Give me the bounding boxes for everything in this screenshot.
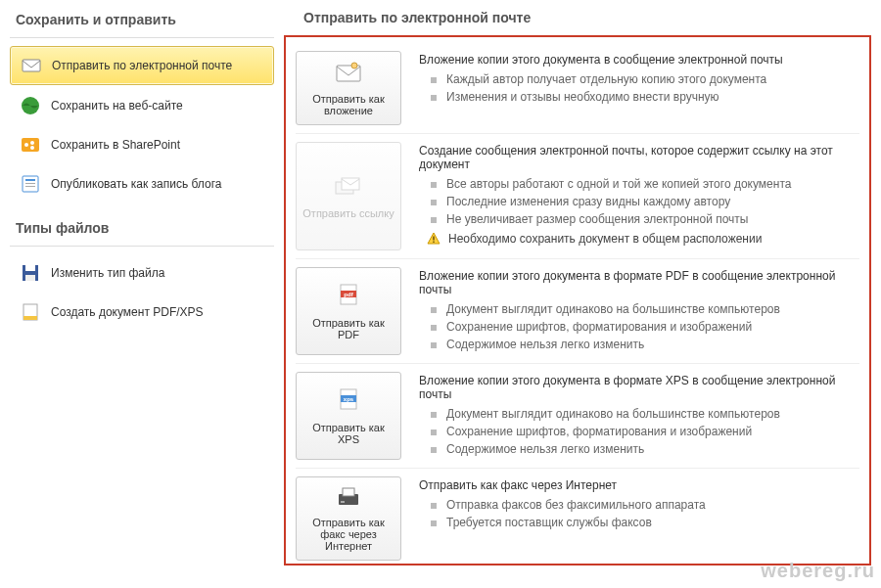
send-as-attachment-button[interactable]: Отправить как вложение — [296, 51, 401, 125]
svg-point-4 — [30, 141, 34, 145]
main-panel: Отправить по электронной почте Отправить… — [284, 0, 881, 588]
svg-rect-20 — [433, 242, 434, 243]
option-send-as-fax: Отправить как факс через Интернет Отправ… — [296, 468, 859, 565]
svg-rect-11 — [25, 265, 35, 271]
option-bullet: Содержимое нельзя легко изменить — [431, 442, 859, 456]
option-bullet: Последние изменения сразу видны каждому … — [431, 195, 859, 208]
send-as-xps-button[interactable]: xps Отправить как XPS — [296, 372, 401, 460]
button-label: Отправить как вложение — [302, 93, 394, 116]
sidebar-item-send-email[interactable]: Отправить по электронной почте — [10, 46, 274, 85]
svg-text:pdf: pdf — [344, 292, 353, 297]
svg-rect-9 — [25, 186, 35, 187]
email-icon — [21, 55, 42, 76]
svg-point-16 — [351, 63, 357, 68]
option-heading: Вложение копии этого документа в формате… — [419, 269, 859, 296]
option-heading: Отправить как факс через Интернет — [419, 478, 859, 492]
sidebar-item-save-web[interactable]: Сохранить на веб-сайте — [10, 87, 274, 124]
option-bullet: Требуется поставщик службы факсов — [431, 516, 859, 529]
svg-point-5 — [30, 146, 34, 150]
svg-rect-28 — [343, 488, 354, 496]
sidebar-item-label: Создать документ PDF/XPS — [51, 305, 204, 319]
button-label: Отправить как PDF — [302, 317, 394, 340]
divider — [10, 246, 274, 247]
svg-rect-0 — [23, 60, 40, 71]
option-bullet: Каждый автор получает отдельную копию эт… — [431, 72, 859, 86]
sidebar-item-label: Отправить по электронной почте — [52, 59, 232, 72]
sidebar-item-publish-blog[interactable]: Опубликовать как запись блога — [10, 165, 274, 203]
blog-icon — [20, 173, 41, 195]
option-send-as-attachment: Отправить как вложение Вложение копии эт… — [296, 43, 859, 133]
divider — [10, 37, 274, 38]
option-warning: Необходимо сохранить документ в общем ра… — [427, 232, 859, 249]
sidebar-section-save-send: Сохранить и отправить — [10, 8, 274, 31]
globe-icon — [20, 95, 41, 116]
sidebar: Сохранить и отправить Отправить по элект… — [0, 0, 284, 588]
option-bullet: Не увеличивает размер сообщения электрон… — [431, 212, 859, 226]
svg-point-3 — [24, 143, 28, 147]
svg-rect-18 — [342, 178, 359, 190]
fax-icon — [334, 485, 363, 511]
option-bullet: Отправка факсов без факсимильного аппара… — [431, 498, 859, 512]
sidebar-item-create-pdf-xps[interactable]: Создать документ PDF/XPS — [10, 294, 274, 331]
option-bullet: Сохранение шрифтов, форматирования и изо… — [431, 425, 859, 438]
button-label: Отправить как XPS — [302, 422, 394, 445]
sidebar-item-label: Сохранить на веб-сайте — [51, 99, 183, 113]
send-as-pdf-button[interactable]: pdf Отправить как PDF — [296, 267, 401, 355]
sidebar-section-file-types: Типы файлов — [10, 216, 274, 240]
pdf-xps-icon — [20, 301, 41, 323]
option-bullet: Содержимое нельзя легко изменить — [431, 338, 859, 351]
svg-rect-2 — [22, 138, 39, 152]
button-label: Отправить ссылку — [302, 207, 394, 219]
option-bullet: Все авторы работают с одной и той же коп… — [431, 177, 859, 191]
save-as-icon — [20, 262, 41, 284]
pdf-icon: pdf — [335, 282, 362, 311]
option-send-as-xps: xps Отправить как XPS Вложение копии это… — [296, 363, 859, 468]
option-heading: Создание сообщения электронной почты, ко… — [419, 144, 859, 171]
option-bullet: Сохранение шрифтов, форматирования и изо… — [431, 320, 859, 334]
sidebar-item-save-sharepoint[interactable]: Сохранить в SharePoint — [10, 126, 274, 163]
send-link-button: Отправить ссылку — [296, 142, 401, 250]
warning-icon — [427, 232, 440, 249]
send-as-fax-button[interactable]: Отправить как факс через Интернет — [296, 476, 401, 561]
svg-rect-19 — [433, 237, 434, 241]
option-heading: Вложение копии этого документа в формате… — [419, 374, 859, 401]
option-send-as-pdf: pdf Отправить как PDF Вложение копии это… — [296, 258, 859, 363]
svg-rect-7 — [25, 179, 35, 181]
attachment-icon — [333, 60, 364, 87]
svg-rect-14 — [23, 316, 37, 320]
svg-rect-8 — [25, 183, 35, 184]
xps-icon: xps — [335, 386, 362, 416]
sidebar-item-label: Сохранить в SharePoint — [51, 138, 180, 152]
main-title: Отправить по электронной почте — [284, 6, 871, 35]
option-bullet: Документ выглядит одинаково на большинст… — [431, 302, 859, 316]
svg-text:xps: xps — [344, 396, 354, 402]
link-icon — [333, 174, 364, 202]
options-highlight-box: Отправить как вложение Вложение копии эт… — [284, 35, 871, 565]
svg-rect-12 — [25, 275, 35, 281]
button-label: Отправить как факс через Интернет — [302, 517, 394, 552]
option-bullet: Документ выглядит одинаково на большинст… — [431, 407, 859, 421]
sidebar-item-change-file-type[interactable]: Изменить тип файла — [10, 254, 274, 292]
option-heading: Вложение копии этого документа в сообщен… — [419, 53, 859, 67]
sharepoint-icon — [20, 134, 41, 156]
option-send-link: Отправить ссылку Создание сообщения элек… — [296, 133, 859, 258]
sidebar-item-label: Опубликовать как запись блога — [51, 177, 221, 191]
option-bullet: Изменения и отзывы необходимо внести вру… — [431, 90, 859, 104]
svg-rect-29 — [341, 501, 345, 503]
sidebar-item-label: Изменить тип файла — [51, 266, 164, 280]
